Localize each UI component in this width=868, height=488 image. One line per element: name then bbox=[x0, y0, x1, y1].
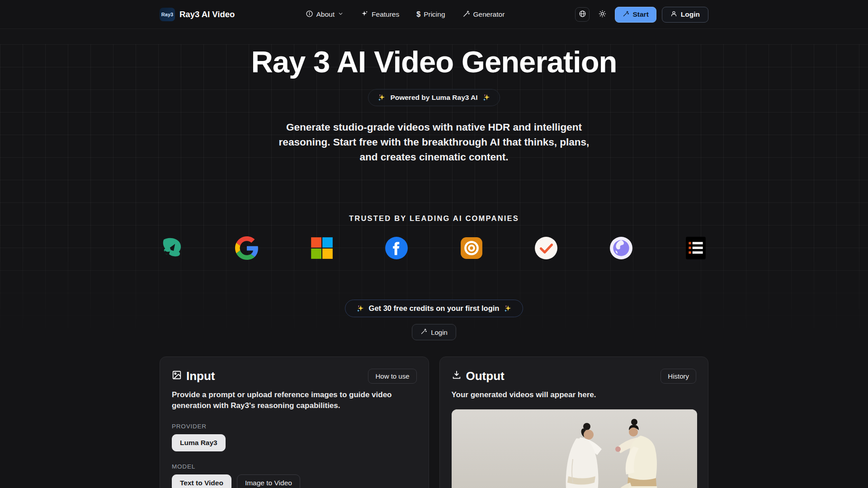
wand-icon bbox=[462, 10, 470, 19]
microsoft-logo bbox=[309, 235, 335, 261]
brand-name: Ray3 AI Video bbox=[179, 9, 235, 19]
input-panel-title: Input bbox=[172, 369, 215, 383]
powered-badge-label: Powered by Luma Ray3 AI bbox=[390, 94, 477, 102]
orange-ring-logo bbox=[459, 235, 484, 261]
output-panel-title: Output bbox=[452, 369, 505, 383]
image-icon bbox=[172, 369, 182, 383]
video-preview[interactable] bbox=[452, 409, 697, 488]
download-icon bbox=[452, 369, 462, 383]
sparkles-emoji-icon bbox=[356, 305, 364, 313]
header-actions: Start Login bbox=[575, 7, 708, 23]
globe-icon bbox=[579, 10, 586, 19]
hero-login-button[interactable]: Login bbox=[412, 324, 456, 340]
wand-icon bbox=[623, 10, 629, 19]
cta-zone: Get 30 free credits on your first login … bbox=[160, 300, 708, 340]
trusted-heading: TRUSTED BY LEADING AI COMPANIES bbox=[160, 214, 708, 223]
input-description: Provide a prompt or upload reference ima… bbox=[172, 389, 417, 411]
teal-mascot-logo bbox=[160, 235, 185, 261]
nav-label: About bbox=[316, 10, 335, 19]
chevron-down-icon bbox=[338, 10, 344, 19]
nav-label: Generator bbox=[473, 10, 505, 19]
info-icon bbox=[306, 10, 313, 19]
nav-item-features[interactable]: Features bbox=[361, 10, 399, 19]
output-title-label: Output bbox=[466, 369, 505, 383]
output-empty-text: Your generated videos will appear here. bbox=[452, 389, 697, 400]
language-button[interactable] bbox=[575, 7, 590, 22]
wand-icon bbox=[420, 328, 427, 336]
input-panel: Input How to use Provide a prompt or upl… bbox=[160, 357, 429, 488]
powered-badge: Powered by Luma Ray3 AI bbox=[368, 89, 500, 106]
sparkles-icon bbox=[361, 10, 368, 19]
header: Ray3 Ray3 AI Video About Features $ Pric… bbox=[0, 0, 868, 29]
model-option-image-to-video[interactable]: Image to Video bbox=[237, 474, 300, 488]
login-label: Login bbox=[681, 10, 700, 19]
main-nav: About Features $ Pricing Generator bbox=[306, 10, 505, 19]
hero-description: Generate studio-grade videos with native… bbox=[276, 120, 592, 164]
hero-login-label: Login bbox=[431, 328, 448, 336]
ray3-logo-badge: Ray3 bbox=[160, 8, 175, 21]
sparkles-emoji-icon bbox=[504, 305, 512, 313]
nav-label: Pricing bbox=[424, 10, 445, 19]
start-button[interactable]: Start bbox=[615, 7, 656, 23]
sparkles-emoji-icon bbox=[377, 94, 386, 102]
brand[interactable]: Ray3 Ray3 AI Video bbox=[160, 8, 235, 21]
purple-globe-logo bbox=[609, 235, 634, 261]
nav-item-about[interactable]: About bbox=[306, 10, 344, 19]
dollar-icon: $ bbox=[416, 10, 420, 19]
provider-label: PROVIDER bbox=[172, 423, 417, 430]
model-label: MODEL bbox=[172, 463, 417, 470]
orange-check-logo bbox=[533, 235, 559, 261]
credits-badge[interactable]: Get 30 free credits on your first login bbox=[345, 300, 524, 317]
login-button[interactable]: Login bbox=[662, 7, 708, 23]
nav-label: Features bbox=[372, 10, 399, 19]
input-title-label: Input bbox=[186, 369, 215, 383]
model-option-text-to-video[interactable]: Text to Video bbox=[172, 474, 231, 488]
start-label: Start bbox=[632, 10, 648, 19]
black-list-logo bbox=[683, 235, 708, 261]
user-icon bbox=[670, 10, 677, 19]
nav-item-generator[interactable]: Generator bbox=[462, 10, 505, 19]
how-to-use-button[interactable]: How to use bbox=[368, 369, 416, 384]
hero-section: Ray 3 AI Video Generation Powered by Lum… bbox=[0, 44, 868, 488]
page-title: Ray 3 AI Video Generation bbox=[160, 44, 708, 79]
theme-toggle-button[interactable] bbox=[595, 7, 609, 22]
credits-badge-label: Get 30 free credits on your first login bbox=[369, 304, 500, 313]
nav-item-pricing[interactable]: $ Pricing bbox=[416, 10, 445, 19]
google-logo bbox=[234, 235, 259, 261]
sparkles-emoji-icon bbox=[482, 94, 491, 102]
history-button[interactable]: History bbox=[660, 369, 696, 384]
trusted-section: TRUSTED BY LEADING AI COMPANIES bbox=[160, 214, 708, 261]
output-panel: Output History Your generated videos wil… bbox=[439, 357, 709, 488]
provider-option-luma-ray3[interactable]: Luma Ray3 bbox=[172, 434, 226, 451]
sun-icon bbox=[599, 10, 606, 19]
facebook-logo bbox=[384, 235, 409, 261]
logo-carousel bbox=[160, 235, 708, 261]
